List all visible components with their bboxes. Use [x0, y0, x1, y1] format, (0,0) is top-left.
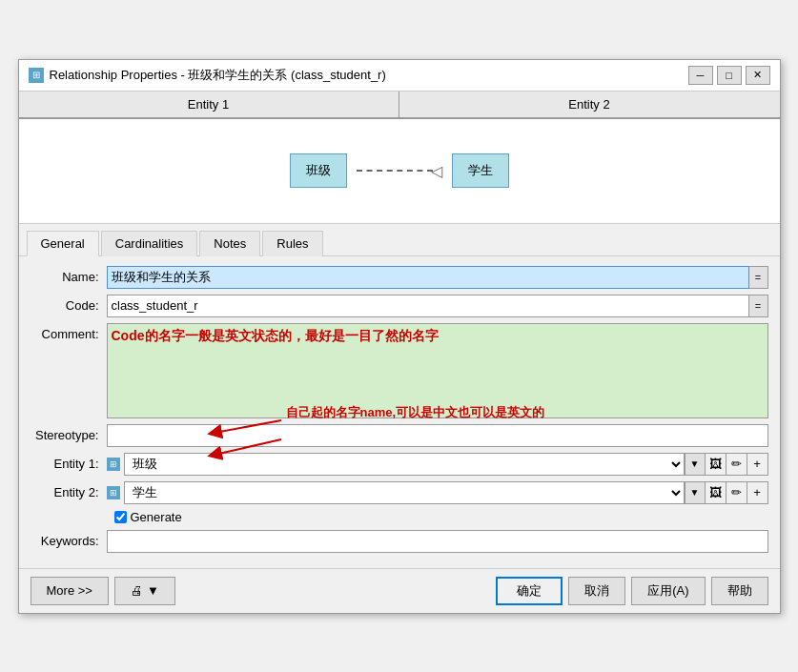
- entity1-row: Entity 1: ⊞ 班级 ▼ 🖼 ✏ +: [31, 453, 768, 476]
- entity1-icon: ⊞: [107, 458, 120, 471]
- window-title: Relationship Properties - 班级和学生的关系 (clas…: [50, 67, 386, 84]
- stereotype-row: Stereotype:: [31, 424, 768, 447]
- keywords-input[interactable]: [107, 530, 768, 553]
- entity1-new-button[interactable]: +: [747, 453, 768, 476]
- print-dropdown-icon: ▼: [147, 583, 159, 598]
- title-controls: ─ □ ✕: [688, 66, 770, 85]
- entity2-row: Entity 2: ⊞ 学生 ▼ 🖼 ✏ +: [31, 481, 768, 504]
- relationship-arrow: ◁: [357, 162, 442, 180]
- entity1-header: Entity 1: [19, 92, 399, 118]
- stereotype-select[interactable]: [107, 424, 768, 447]
- minimize-button[interactable]: ─: [688, 66, 713, 85]
- apply-button[interactable]: 应用(A): [631, 577, 705, 605]
- tab-notes[interactable]: Notes: [199, 231, 260, 256]
- tabs-bar: General Cardinalities Notes Rules: [19, 224, 780, 256]
- entity1-select-group: ⊞ 班级 ▼ 🖼 ✏ +: [107, 453, 768, 476]
- help-button[interactable]: 帮助: [711, 577, 768, 605]
- entity2-dropdown-button[interactable]: ▼: [685, 481, 706, 504]
- print-button[interactable]: 🖨 ▼: [114, 577, 175, 605]
- entity2-label: Entity 2:: [31, 485, 107, 499]
- keywords-label: Keywords:: [31, 534, 107, 548]
- code-options-button[interactable]: =: [749, 295, 768, 317]
- window-icon: ⊞: [29, 68, 44, 83]
- entity2-select[interactable]: 学生: [124, 481, 685, 504]
- keywords-row: Keywords:: [31, 530, 768, 553]
- entity2-new-button[interactable]: +: [747, 481, 768, 504]
- maximize-button[interactable]: □: [717, 66, 742, 85]
- code-input[interactable]: [107, 295, 749, 317]
- diagram-area: 班级 ◁ 学生: [19, 119, 780, 224]
- bottom-bar: More >> 🖨 ▼ 确定 取消 应用(A) 帮助: [19, 568, 780, 613]
- dashed-line: [357, 170, 433, 172]
- entity2-icon: ⊞: [107, 486, 120, 499]
- more-button[interactable]: More >>: [31, 577, 109, 605]
- entity1-box: 班级: [290, 153, 347, 188]
- entity2-select-group: ⊞ 学生 ▼ 🖼 ✏ +: [107, 481, 768, 504]
- generate-row: Generate: [31, 510, 768, 524]
- name-label: Name:: [31, 270, 107, 284]
- tab-cardinalities[interactable]: Cardinalities: [101, 231, 198, 256]
- form-area: 自己起的名字name,可以是中文也可以是英文的 Name: =: [19, 256, 780, 568]
- cancel-button[interactable]: 取消: [568, 577, 625, 605]
- code-label: Code:: [31, 298, 107, 313]
- title-bar-left: ⊞ Relationship Properties - 班级和学生的关系 (cl…: [29, 67, 386, 84]
- generate-label: Generate: [131, 510, 182, 524]
- name-options-button[interactable]: =: [749, 266, 768, 289]
- entity1-select[interactable]: 班级: [124, 453, 685, 476]
- close-button[interactable]: ✕: [746, 66, 770, 85]
- tab-rules[interactable]: Rules: [262, 231, 322, 256]
- code-row: Code: =: [31, 295, 768, 317]
- entity1-edit-button[interactable]: ✏: [726, 453, 747, 476]
- entity1-diagram-label: 班级: [306, 162, 331, 179]
- generate-checkbox[interactable]: [114, 511, 127, 523]
- print-icon: 🖨: [131, 583, 143, 598]
- ok-button[interactable]: 确定: [496, 577, 563, 605]
- name-row: Name: =: [31, 266, 768, 289]
- entity-header: Entity 1 Entity 2: [19, 92, 780, 119]
- name-input[interactable]: [107, 266, 749, 289]
- entity2-header: Entity 2: [399, 92, 780, 118]
- stereotype-label: Stereotype:: [31, 428, 107, 442]
- entity1-label: Entity 1:: [31, 457, 107, 471]
- comment-label: Comment:: [31, 323, 107, 341]
- comment-field[interactable]: Code的名字一般是英文状态的，最好是一目了然的名字: [107, 323, 768, 418]
- tab-general[interactable]: General: [27, 231, 99, 256]
- entity2-browse-button[interactable]: 🖼: [706, 481, 726, 504]
- title-bar: ⊞ Relationship Properties - 班级和学生的关系 (cl…: [19, 60, 780, 92]
- entity2-diagram-label: 学生: [468, 162, 493, 179]
- entity2-box: 学生: [452, 153, 509, 188]
- stereotype-select-wrapper: [107, 424, 768, 447]
- comment-row: Comment: Code的名字一般是英文状态的，最好是一目了然的名字: [31, 323, 768, 418]
- entity1-browse-button[interactable]: 🖼: [706, 453, 726, 476]
- entity2-edit-button[interactable]: ✏: [726, 481, 747, 504]
- entity1-dropdown-button[interactable]: ▼: [685, 453, 706, 476]
- main-window: ⊞ Relationship Properties - 班级和学生的关系 (cl…: [18, 59, 781, 614]
